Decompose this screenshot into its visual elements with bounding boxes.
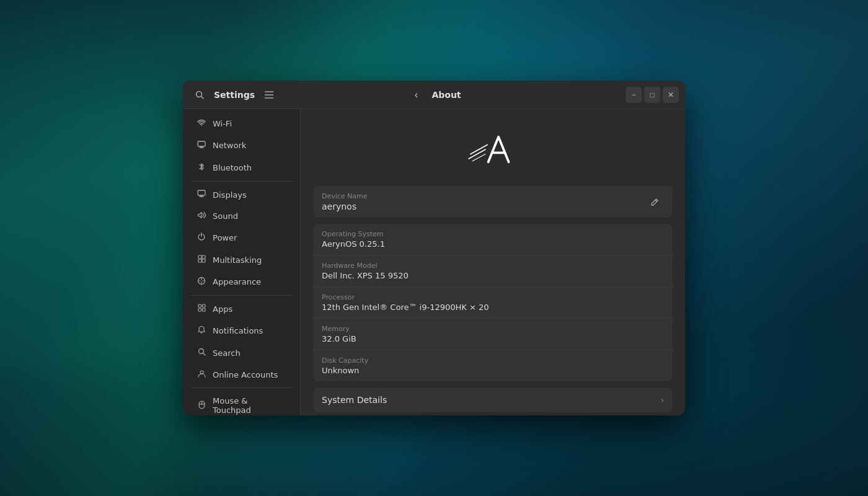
about-content: Device Name aerynos Operating System Aer… bbox=[301, 109, 685, 415]
sidebar-item-label: Network bbox=[213, 141, 246, 150]
displays-icon bbox=[197, 190, 206, 200]
processor-value: 12th Gen Intel® Core™ i9-12900HK × 20 bbox=[322, 303, 664, 312]
os-label: Operating System bbox=[322, 230, 664, 238]
sidebar-item-label: Multitasking bbox=[213, 255, 262, 265]
search-nav-icon bbox=[197, 348, 206, 358]
sidebar-item-label: Sound bbox=[213, 211, 238, 221]
svg-line-30 bbox=[655, 200, 657, 202]
network-icon bbox=[197, 140, 206, 151]
memory-value: 32.0 GiB bbox=[322, 334, 664, 343]
disk-label: Disk Capacity bbox=[322, 356, 664, 365]
sidebar-item-sound[interactable]: Sound bbox=[187, 206, 296, 226]
sidebar-item-wifi[interactable]: Wi-Fi bbox=[187, 113, 296, 134]
settings-window: Settings ‹ About − □ ✕ bbox=[183, 81, 685, 415]
titlebar: Settings ‹ About − □ ✕ bbox=[183, 81, 685, 109]
online-accounts-icon bbox=[197, 370, 206, 379]
svg-rect-13 bbox=[198, 259, 202, 262]
svg-rect-12 bbox=[202, 255, 205, 259]
svg-rect-14 bbox=[202, 259, 205, 262]
svg-line-21 bbox=[203, 353, 205, 356]
sidebar-item-label: Displays bbox=[213, 190, 247, 200]
sidebar-item-bluetooth[interactable]: Bluetooth bbox=[187, 157, 296, 179]
edit-device-name-button[interactable] bbox=[645, 193, 664, 211]
svg-rect-8 bbox=[198, 190, 205, 195]
disk-value: Unknown bbox=[322, 366, 664, 375]
aerynos-logo bbox=[465, 128, 521, 171]
search-button[interactable] bbox=[190, 86, 209, 104]
sidebar-item-search[interactable]: Search bbox=[187, 342, 296, 363]
sidebar-item-label: Power bbox=[213, 233, 237, 242]
sound-icon bbox=[197, 211, 206, 221]
logo-area bbox=[313, 122, 673, 186]
sidebar-item-network[interactable]: Network bbox=[187, 135, 296, 156]
sidebar-item-label: Appearance bbox=[213, 277, 261, 286]
sidebar-item-displays[interactable]: Displays bbox=[187, 184, 296, 205]
processor-row: Processor 12th Gen Intel® Core™ i9-12900… bbox=[313, 287, 673, 319]
sidebar-item-mouse-touchpad[interactable]: Mouse & Touchpad bbox=[187, 391, 296, 415]
sidebar-divider-2 bbox=[190, 295, 293, 296]
about-title: About bbox=[432, 90, 461, 100]
window-controls: − □ ✕ bbox=[626, 87, 685, 103]
sidebar-item-online-accounts[interactable]: Online Accounts bbox=[187, 364, 296, 385]
close-button[interactable]: ✕ bbox=[663, 87, 679, 103]
settings-title: Settings bbox=[214, 90, 255, 100]
sidebar-item-label: Online Accounts bbox=[213, 370, 278, 379]
sidebar-item-label: Notifications bbox=[213, 326, 263, 335]
device-name-card: Device Name aerynos bbox=[313, 186, 673, 218]
sidebar-item-label: Mouse & Touchpad bbox=[213, 396, 286, 415]
sidebar-item-apps[interactable]: Apps bbox=[187, 298, 296, 319]
device-name-label: Device Name bbox=[322, 192, 368, 200]
sidebar-divider-3 bbox=[190, 388, 293, 388]
sidebar-item-label: Wi-Fi bbox=[213, 119, 232, 128]
power-icon bbox=[197, 232, 206, 243]
device-name-info: Device Name aerynos bbox=[322, 192, 368, 211]
os-row: Operating System AerynOS 0.25.1 bbox=[313, 224, 673, 255]
os-value: AerynOS 0.25.1 bbox=[322, 239, 664, 249]
info-card: Operating System AerynOS 0.25.1 Hardware… bbox=[313, 224, 673, 381]
menu-button[interactable] bbox=[260, 86, 278, 104]
sidebar-item-label: Apps bbox=[213, 304, 232, 314]
minimize-button[interactable]: − bbox=[626, 87, 642, 103]
sidebar-item-notifications[interactable]: Notifications bbox=[187, 320, 296, 342]
hardware-label: Hardware Model bbox=[322, 262, 664, 270]
titlebar-left: Settings bbox=[183, 86, 301, 104]
memory-label: Memory bbox=[322, 325, 664, 333]
sidebar-divider-1 bbox=[190, 181, 293, 182]
maximize-button[interactable]: □ bbox=[644, 87, 660, 103]
titlebar-center: ‹ About bbox=[407, 86, 461, 104]
svg-rect-5 bbox=[198, 141, 205, 146]
multitasking-icon bbox=[197, 255, 206, 265]
svg-rect-16 bbox=[198, 304, 202, 308]
hardware-value: Dell Inc. XPS 15 9520 bbox=[322, 271, 664, 280]
mouse-touchpad-icon bbox=[197, 401, 206, 411]
svg-line-1 bbox=[202, 96, 204, 99]
svg-point-22 bbox=[200, 371, 203, 374]
system-details-label: System Details bbox=[322, 395, 387, 405]
back-button[interactable]: ‹ bbox=[407, 86, 425, 104]
sidebar-item-label: Search bbox=[213, 348, 241, 358]
memory-row: Memory 32.0 GiB bbox=[313, 319, 673, 350]
processor-label: Processor bbox=[322, 293, 664, 301]
wifi-icon bbox=[197, 119, 206, 128]
hardware-row: Hardware Model Dell Inc. XPS 15 9520 bbox=[313, 255, 673, 287]
device-name-value: aerynos bbox=[322, 202, 368, 211]
svg-rect-11 bbox=[198, 255, 202, 259]
chevron-right-icon: › bbox=[660, 395, 664, 405]
bluetooth-icon bbox=[197, 162, 206, 173]
sidebar: Wi-Fi Network Bluetoot bbox=[183, 109, 301, 415]
svg-rect-17 bbox=[202, 304, 205, 308]
sidebar-item-power[interactable]: Power bbox=[187, 227, 296, 249]
sidebar-item-appearance[interactable]: Appearance bbox=[187, 271, 296, 293]
appearance-icon bbox=[197, 277, 206, 287]
apps-icon bbox=[197, 304, 206, 314]
notifications-icon bbox=[197, 326, 206, 336]
sidebar-item-label: Bluetooth bbox=[213, 163, 252, 172]
svg-rect-19 bbox=[202, 309, 205, 312]
system-details-row[interactable]: System Details › bbox=[313, 388, 673, 412]
disk-row: Disk Capacity Unknown bbox=[313, 350, 673, 381]
sidebar-item-multitasking[interactable]: Multitasking bbox=[187, 249, 296, 270]
main-content: Wi-Fi Network Bluetoot bbox=[183, 109, 685, 415]
svg-rect-18 bbox=[198, 309, 202, 312]
